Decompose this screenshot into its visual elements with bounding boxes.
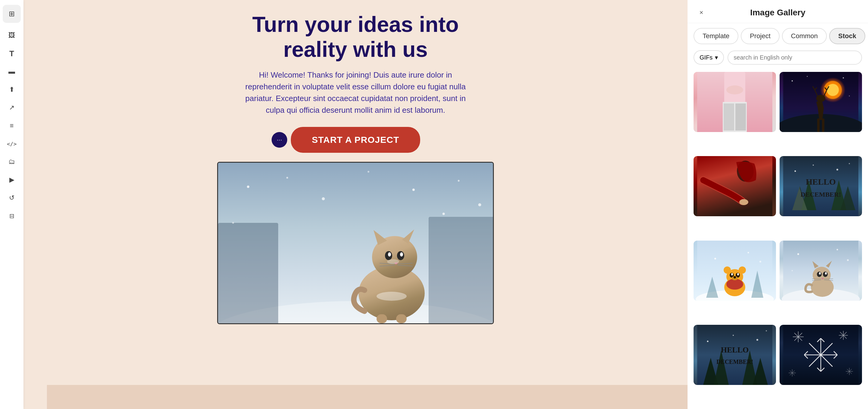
tab-common-label: Common bbox=[791, 32, 818, 40]
list-icon: ≡ bbox=[10, 122, 14, 130]
svg-point-78 bbox=[714, 258, 716, 259]
gallery-item-4[interactable]: HELLO DECEMBER! bbox=[780, 156, 862, 216]
sidebar-item-history[interactable]: ↺ bbox=[4, 190, 20, 206]
svg-point-98 bbox=[847, 259, 849, 261]
svg-point-99 bbox=[792, 270, 793, 271]
gallery-item-3[interactable] bbox=[693, 156, 776, 216]
tab-template[interactable]: Template bbox=[693, 28, 738, 44]
upload-icon: ⬆ bbox=[9, 86, 14, 94]
sidebar: ⊞ 🖼 T ▬ ⬆ ↗ ≡ </> 🗂 ▶ ↺ ⊟ bbox=[0, 0, 24, 409]
svg-point-88 bbox=[823, 272, 828, 277]
svg-point-60 bbox=[813, 164, 814, 166]
svg-point-69 bbox=[726, 279, 743, 290]
svg-point-5 bbox=[286, 177, 288, 179]
svg-rect-2 bbox=[218, 223, 278, 324]
fashion-svg bbox=[693, 72, 776, 132]
svg-point-108 bbox=[733, 335, 734, 336]
context-menu-icon-left[interactable]: ⋯ bbox=[272, 132, 287, 148]
dots-icon: ⋯ bbox=[277, 136, 282, 143]
gallery-item-6[interactable] bbox=[780, 241, 862, 301]
gallery-image-red-hood bbox=[693, 156, 776, 216]
sidebar-item-shape[interactable]: ▬ bbox=[4, 64, 20, 80]
shape-icon: ▬ bbox=[8, 68, 15, 75]
gallery-image-snowflake bbox=[780, 325, 862, 385]
gallery-image-fashion bbox=[693, 72, 776, 132]
sidebar-item-share[interactable]: ↗ bbox=[4, 100, 20, 116]
tab-stock[interactable]: Stock bbox=[829, 28, 865, 44]
bottom-strip bbox=[47, 385, 687, 409]
svg-point-28 bbox=[377, 292, 407, 301]
search-input[interactable] bbox=[727, 51, 862, 65]
main-canvas: Turn your ideas into reality with us Hi!… bbox=[24, 0, 687, 409]
gallery-item-2[interactable] bbox=[780, 72, 862, 132]
sidebar-item-image[interactable]: 🖼 bbox=[4, 28, 20, 43]
svg-point-8 bbox=[412, 189, 415, 191]
tab-project-label: Project bbox=[750, 32, 770, 40]
svg-point-87 bbox=[817, 272, 822, 277]
svg-text:HELLO: HELLO bbox=[806, 177, 836, 186]
svg-point-41 bbox=[807, 76, 808, 77]
svg-point-80 bbox=[760, 261, 761, 262]
hero-subtitle: Hi! Welcome! Thanks for joining! Duis au… bbox=[238, 69, 473, 116]
svg-rect-46 bbox=[822, 119, 825, 132]
gif-dropdown[interactable]: GIFs ▾ bbox=[693, 50, 724, 65]
gallery-item-5[interactable] bbox=[693, 241, 776, 301]
gallery-search-row: GIFs ▾ bbox=[687, 46, 868, 68]
video-icon: ▶ bbox=[9, 176, 14, 184]
svg-text:DECEMBER!: DECEMBER! bbox=[801, 191, 841, 198]
svg-point-4 bbox=[247, 186, 249, 188]
svg-point-40 bbox=[792, 80, 793, 82]
cat-silhouette bbox=[332, 197, 452, 323]
tab-template-label: Template bbox=[703, 32, 730, 40]
code-icon: </> bbox=[7, 141, 17, 147]
cta-wrapper: ⋯ START A PROJECT bbox=[291, 127, 421, 153]
cat-snow-svg bbox=[780, 241, 862, 301]
svg-point-73 bbox=[737, 273, 739, 276]
winnie-svg bbox=[693, 241, 776, 301]
share-icon: ↗ bbox=[9, 104, 14, 112]
svg-point-7 bbox=[368, 171, 369, 172]
gallery-item-1[interactable] bbox=[693, 72, 776, 132]
gallery-header: × Image Gallery bbox=[687, 0, 868, 23]
svg-point-62 bbox=[849, 163, 850, 164]
gallery-grid: HELLO DECEMBER! bbox=[687, 68, 868, 409]
svg-point-39 bbox=[827, 84, 839, 96]
red-hood-svg bbox=[693, 156, 776, 216]
image-icon: 🖼 bbox=[8, 32, 15, 39]
svg-point-107 bbox=[707, 340, 709, 342]
sidebar-item-video[interactable]: ▶ bbox=[4, 172, 20, 188]
gallery-item-7[interactable]: HELLO DECEMBER! bbox=[693, 325, 776, 385]
sidebar-item-text[interactable]: T bbox=[4, 46, 20, 61]
chevron-down-icon: ▾ bbox=[715, 54, 718, 61]
svg-point-29 bbox=[387, 259, 399, 264]
sidebar-item-code[interactable]: </> bbox=[4, 136, 20, 152]
start-project-button[interactable]: START A PROJECT bbox=[291, 127, 421, 153]
asset-icon: 🗂 bbox=[8, 158, 15, 166]
sidebar-item-upload[interactable]: ⬆ bbox=[4, 82, 20, 97]
svg-point-75 bbox=[734, 276, 736, 279]
svg-point-76 bbox=[724, 266, 731, 274]
tab-project[interactable]: Project bbox=[741, 28, 779, 44]
gallery-image-winnie bbox=[693, 241, 776, 301]
gallery-panel: × Image Gallery Template Project Common … bbox=[687, 0, 868, 409]
sidebar-item-list[interactable]: ≡ bbox=[4, 118, 20, 133]
gif-label: GIFs bbox=[700, 54, 713, 61]
svg-rect-26 bbox=[377, 314, 387, 323]
svg-point-49 bbox=[739, 199, 748, 205]
close-button[interactable]: × bbox=[696, 7, 707, 18]
hero-image bbox=[218, 163, 493, 323]
svg-point-79 bbox=[748, 252, 749, 253]
svg-point-19 bbox=[388, 252, 391, 256]
sidebar-item-asset[interactable]: 🗂 bbox=[4, 154, 20, 169]
svg-point-96 bbox=[797, 253, 799, 255]
svg-rect-33 bbox=[724, 103, 734, 130]
tab-common[interactable]: Common bbox=[782, 28, 827, 44]
svg-point-43 bbox=[849, 96, 850, 97]
gallery-item-8[interactable] bbox=[780, 325, 862, 385]
sidebar-logo[interactable]: ⊞ bbox=[3, 5, 21, 23]
svg-text:DECEMBER!: DECEMBER! bbox=[716, 358, 753, 365]
svg-point-109 bbox=[756, 339, 758, 341]
svg-point-97 bbox=[837, 249, 838, 250]
hello-dec-svg: HELLO DECEMBER! bbox=[780, 156, 862, 216]
sidebar-item-gallery[interactable]: ⊟ bbox=[4, 208, 20, 224]
